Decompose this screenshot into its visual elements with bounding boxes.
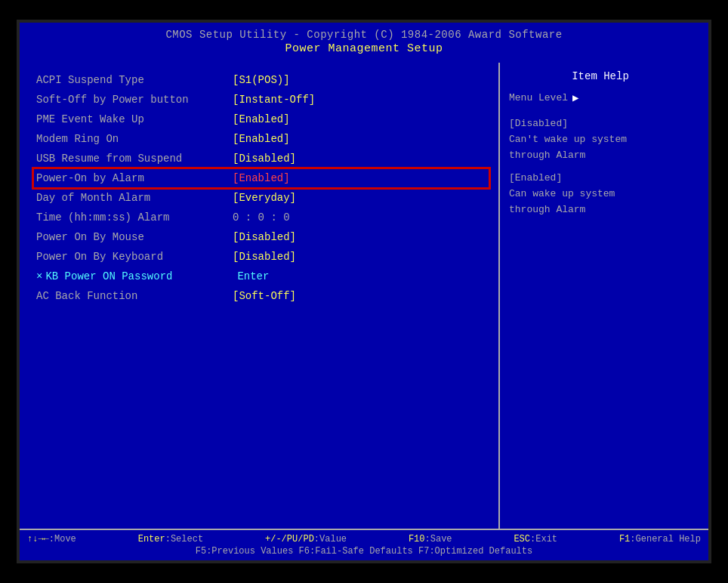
row-value-8: [Disabled] xyxy=(233,231,296,243)
left-panel: ACPI Suspend Type [S1(POS)] Soft-Off by … xyxy=(27,63,495,529)
bottom-key-3: F10:Save xyxy=(409,534,452,544)
row-value-3: [Enabled] xyxy=(233,133,290,145)
row-value-9: [Disabled] xyxy=(233,251,296,263)
title-bar: CMOS Setup Utility - Copyright (C) 1984-… xyxy=(20,23,708,58)
row-label-2: PME Event Wake Up xyxy=(36,113,233,125)
row-label-0: ACPI Suspend Type xyxy=(36,74,233,86)
bottom-bar: ↑↓→←:MoveEnter:Select+/-/PU/PD:ValueF10:… xyxy=(20,529,708,560)
row-label-5: Power-On by Alarm xyxy=(36,172,233,184)
row-label-4: USB Resume from Suspend xyxy=(36,153,233,165)
bottom-key-5: F1:General Help xyxy=(619,534,701,544)
bios-row-4[interactable]: USB Resume from Suspend [Disabled] xyxy=(33,149,489,168)
row-label-9: Power On By Keyboard xyxy=(36,251,233,263)
bios-row-6[interactable]: Day of Month Alarm [Everyday] xyxy=(33,188,489,208)
bios-row-11[interactable]: AC Back Function [Soft-Off] xyxy=(33,286,489,306)
bios-row-7[interactable]: Time (hh:mm:ss) Alarm 0 : 0 : 0 xyxy=(33,208,489,227)
bios-row-9[interactable]: Power On By Keyboard [Disabled] xyxy=(33,247,489,267)
bottom-row-2: F5:Previous Values F6:Fail-Safe Defaults… xyxy=(27,546,701,557)
row-value-5: [Enabled] xyxy=(233,172,290,184)
page-title: Power Management Setup xyxy=(20,42,708,55)
row-label-11: AC Back Function xyxy=(36,290,233,302)
bios-row-2[interactable]: PME Event Wake Up [Enabled] xyxy=(33,110,489,129)
row-label-6: Day of Month Alarm xyxy=(36,192,233,204)
bottom-key-4: ESC:Exit xyxy=(514,534,557,544)
row-label-7: Time (hh:mm:ss) Alarm xyxy=(36,211,233,224)
bottom-key-2: +/-/PU/PD:Value xyxy=(265,534,347,544)
row-label-10: KB Power ON Password xyxy=(45,270,237,282)
right-panel: Item Help Menu Level ▶ [Disabled] Can't … xyxy=(498,63,701,529)
bottom-row-2-text: F5:Previous Values F6:Fail-Safe Defaults… xyxy=(196,546,532,557)
copyright-text: CMOS Setup Utility - Copyright (C) 1984-… xyxy=(20,29,708,41)
help-enabled-section: [Enabled] Can wake up system through Ala… xyxy=(509,171,692,217)
bios-row-10[interactable]: × KB Power ON Password Enter xyxy=(33,267,489,286)
row-value-11: [Soft-Off] xyxy=(233,290,296,302)
row-value-10: Enter xyxy=(237,270,269,282)
row-value-0: [S1(POS)] xyxy=(233,74,290,86)
bios-row-5[interactable]: Power-On by Alarm [Enabled] xyxy=(33,168,489,188)
menu-level-arrow: ▶ xyxy=(572,91,578,104)
help-disabled-bracket: [Disabled] xyxy=(509,116,692,132)
bios-row-1[interactable]: Soft-Off by Power button [Instant-Off] xyxy=(33,90,489,110)
help-enabled-bracket: [Enabled] xyxy=(509,171,692,187)
row-value-6: [Everyday] xyxy=(233,192,296,204)
bios-row-0[interactable]: ACPI Suspend Type [S1(POS)] xyxy=(33,70,489,90)
menu-level: Menu Level ▶ xyxy=(509,91,692,104)
bios-row-3[interactable]: Modem Ring On [Enabled] xyxy=(33,129,489,149)
help-disabled-line1: Can't wake up system xyxy=(509,132,692,148)
bios-row-8[interactable]: Power On By Mouse [Disabled] xyxy=(33,227,489,247)
row-label-3: Modem Ring On xyxy=(36,133,233,145)
row-value-2: [Enabled] xyxy=(233,113,290,125)
help-disabled-section: [Disabled] Can't wake up system through … xyxy=(509,116,692,163)
row-label-1: Soft-Off by Power button xyxy=(36,94,233,106)
row-value-1: [Instant-Off] xyxy=(233,94,315,106)
row-label-8: Power On By Mouse xyxy=(36,231,233,243)
bottom-row-1: ↑↓→←:MoveEnter:Select+/-/PU/PD:ValueF10:… xyxy=(27,534,701,544)
help-disabled-line2: through Alarm xyxy=(509,148,692,164)
help-enabled-line1: Can wake up system xyxy=(509,187,692,202)
bios-screen: CMOS Setup Utility - Copyright (C) 1984-… xyxy=(17,20,711,563)
bottom-key-0: ↑↓→←:Move xyxy=(27,534,76,544)
help-enabled-line2: through Alarm xyxy=(509,202,692,218)
menu-level-label: Menu Level xyxy=(509,92,568,103)
item-help-title: Item Help xyxy=(509,70,692,82)
bottom-key-1: Enter:Select xyxy=(138,534,203,544)
row-value-7: 0 : 0 : 0 xyxy=(233,211,290,224)
content-area: ACPI Suspend Type [S1(POS)] Soft-Off by … xyxy=(27,63,701,529)
row-value-4: [Disabled] xyxy=(233,153,296,165)
